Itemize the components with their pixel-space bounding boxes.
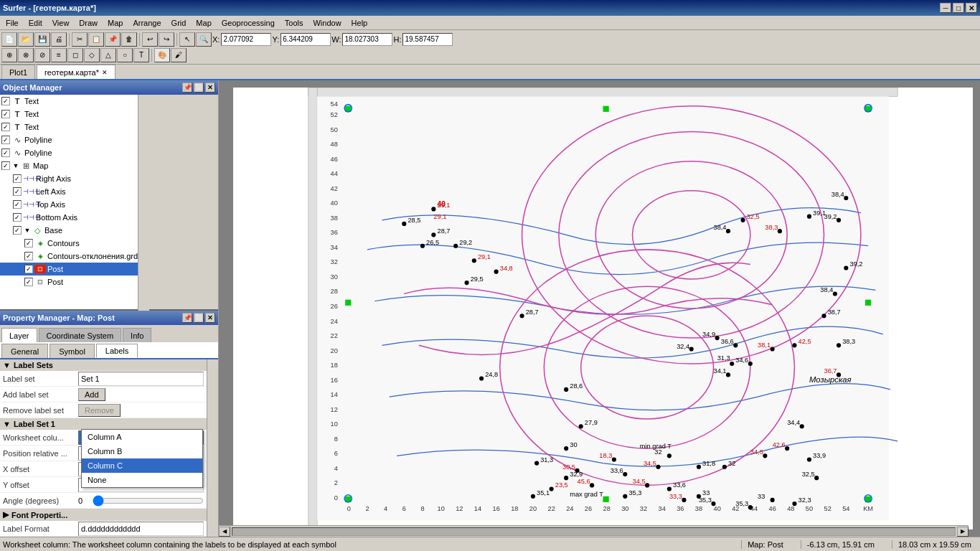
float-btn[interactable]: ⬜	[194, 83, 204, 93]
color1-btn[interactable]: 🎨	[154, 48, 170, 62]
tree-item-base[interactable]: ▼ ◇ Base	[0, 224, 138, 237]
label-set-1-header[interactable]: ▼ Label Set 1	[0, 418, 207, 430]
scroll-right-btn[interactable]: ▶	[957, 527, 969, 537]
scroll-thumb[interactable]	[232, 527, 956, 536]
checkbox-polyline2[interactable]	[1, 149, 10, 157]
checkbox-contours-dev[interactable]	[24, 252, 33, 260]
titlebar-controls[interactable]: ─ □ ✕	[940, 3, 977, 13]
panel-header-controls[interactable]: 📌 ⬜ ✕	[182, 83, 215, 93]
tool7-btn[interactable]: △	[100, 48, 116, 62]
checkbox-text1[interactable]	[1, 97, 10, 105]
tree-item-bottom-axis[interactable]: ⊣⊣⊣ Bottom Axis	[0, 211, 138, 224]
checkbox-contours[interactable]	[24, 239, 33, 248]
panel-close-btn[interactable]: ✕	[205, 83, 215, 93]
add-label-set-btn[interactable]: Add	[78, 388, 105, 401]
remove-label-set-btn[interactable]: Remove	[78, 404, 121, 417]
menu-help[interactable]: Help	[347, 18, 372, 28]
tree-item-polyline2[interactable]: ∿ Polyline	[0, 146, 138, 159]
pin-btn[interactable]: 📌	[182, 83, 192, 93]
font-properties-header[interactable]: ▶ Font Properti...	[0, 509, 207, 521]
open-btn[interactable]: 📂	[18, 32, 34, 47]
label-format-value[interactable]: d.dddddddddddd	[78, 522, 204, 536]
menu-window[interactable]: Window	[308, 18, 345, 28]
tree-item-top-axis[interactable]: ⊣⊣⊣ Top Axis	[0, 198, 138, 211]
tree-item-left-axis[interactable]: ⊣⊣⊣ Left Axis	[0, 185, 138, 198]
h-scrollbar[interactable]: ◀ ▶	[219, 525, 969, 537]
checkbox-bottom-axis[interactable]	[13, 213, 22, 222]
menu-view[interactable]: View	[48, 18, 74, 28]
menu-draw[interactable]: Draw	[75, 18, 102, 28]
canvas-area[interactable]: 0 2 4 6 8 10 12 14 16 18 20 22 24 26	[219, 80, 980, 537]
tool3-btn[interactable]: ⊘	[34, 48, 50, 62]
tree-item-text3[interactable]: T Text	[0, 121, 138, 133]
color2-btn[interactable]: 🖌	[171, 48, 187, 62]
tool1-btn[interactable]: ⊕	[1, 48, 17, 62]
subtab-labels[interactable]: Labels	[96, 344, 138, 358]
minimize-btn[interactable]: ─	[940, 3, 951, 13]
label-set-value[interactable]: Set 1	[78, 372, 204, 386]
angle-slider[interactable]	[93, 496, 204, 505]
tree-item-text1[interactable]: T Text	[0, 95, 138, 108]
close-btn[interactable]: ✕	[966, 3, 977, 13]
pm-header-controls[interactable]: 📌 ⬜ ✕	[182, 313, 215, 323]
x-input[interactable]	[221, 33, 271, 46]
object-manager-scrollbar[interactable]	[138, 95, 149, 324]
tool9-btn[interactable]: T	[133, 48, 149, 62]
menu-grid[interactable]: Grid	[167, 18, 191, 28]
checkbox-right-axis[interactable]	[13, 174, 22, 183]
label-sets-header[interactable]: ▼ Label Sets	[0, 359, 207, 371]
tool4-btn[interactable]: ≡	[51, 48, 67, 62]
pm-close-btn[interactable]: ✕	[205, 313, 215, 323]
pm-float-btn[interactable]: ⬜	[194, 313, 204, 323]
w-input[interactable]	[342, 33, 392, 46]
tab-plot1[interactable]: Plot1	[1, 65, 35, 79]
paste-btn[interactable]: 📌	[105, 32, 121, 47]
scroll-left-btn[interactable]: ◀	[219, 527, 230, 537]
expand-base[interactable]: ▼	[23, 227, 32, 234]
tree-item-contours-dev[interactable]: ◈ Contours-отклонения.grd	[0, 250, 138, 263]
redo-btn[interactable]: ↪	[159, 32, 174, 47]
zoom-in-btn[interactable]: 🔍	[196, 32, 212, 47]
delete-btn[interactable]: 🗑	[121, 32, 137, 47]
tab-layer[interactable]: Layer	[1, 328, 37, 342]
menu-edit[interactable]: Edit	[24, 18, 47, 28]
copy-btn[interactable]: 📋	[88, 32, 104, 47]
tree-item-text2[interactable]: T Text	[0, 108, 138, 121]
pm-pin-btn[interactable]: 📌	[182, 313, 192, 323]
tab-geotherm[interactable]: геотерм.карта* ✕	[37, 65, 116, 79]
h-input[interactable]	[402, 33, 453, 46]
tool8-btn[interactable]: ○	[117, 48, 133, 62]
menu-map[interactable]: Map	[103, 18, 127, 28]
tool6-btn[interactable]: ◇	[84, 48, 100, 62]
tree-item-post-selected[interactable]: ⊡ Post	[0, 263, 138, 276]
select-btn[interactable]: ↖	[179, 32, 195, 47]
undo-btn[interactable]: ↩	[142, 32, 158, 47]
y-input[interactable]	[281, 33, 331, 46]
menu-map2[interactable]: Map	[192, 18, 215, 28]
tool5-btn[interactable]: ◻	[67, 48, 83, 62]
maximize-btn[interactable]: □	[953, 3, 964, 13]
checkbox-post-selected[interactable]	[24, 265, 33, 273]
tree-item-map[interactable]: ▼ ⊞ Map	[0, 159, 138, 172]
tree-item-right-axis[interactable]: ⊣⊣⊣ Right Axis	[0, 172, 138, 185]
save-btn[interactable]: 💾	[34, 32, 50, 47]
tree-item-post2[interactable]: ⊡ Post	[0, 276, 138, 288]
checkbox-text3[interactable]	[1, 123, 10, 131]
menu-tools[interactable]: Tools	[281, 18, 308, 28]
menu-file[interactable]: File	[1, 18, 23, 28]
tab-geotherm-close[interactable]: ✕	[102, 69, 108, 76]
checkbox-top-axis[interactable]	[13, 200, 22, 209]
subtab-symbol[interactable]: Symbol	[50, 344, 95, 358]
menu-arrange[interactable]: Arrange	[128, 18, 165, 28]
pm-scrollbar[interactable]	[207, 359, 218, 537]
print-btn[interactable]: 🖨	[51, 32, 67, 47]
checkbox-post2[interactable]	[24, 278, 33, 286]
expand-map[interactable]: ▼	[11, 162, 20, 169]
tool2-btn[interactable]: ⊗	[18, 48, 34, 62]
menu-geoprocessing[interactable]: Geoprocessing	[217, 18, 279, 28]
checkbox-base[interactable]	[13, 226, 22, 235]
checkbox-polyline1[interactable]	[1, 136, 10, 144]
tab-info[interactable]: Info	[123, 328, 151, 342]
checkbox-text2[interactable]	[1, 110, 10, 118]
tree-item-contours[interactable]: ◈ Contours	[0, 237, 138, 250]
